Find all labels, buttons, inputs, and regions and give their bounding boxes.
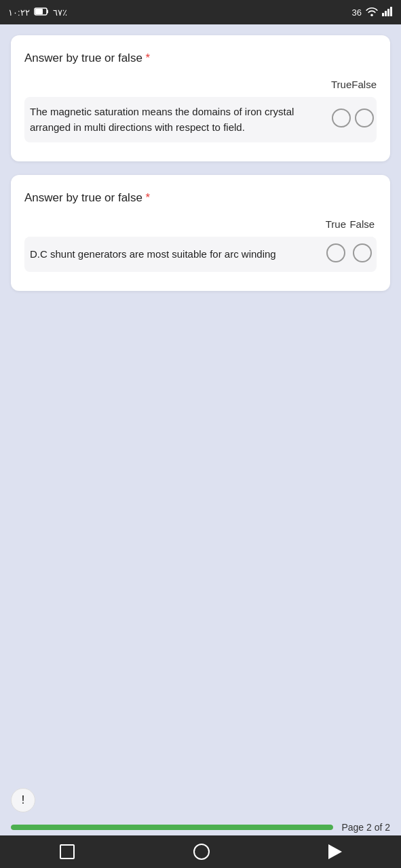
nav-circle-icon (193, 844, 210, 860)
question-2-text: Answer by true or false (24, 191, 142, 204)
question-1-label: Answer by true or false * (24, 52, 377, 65)
main-content: Answer by true or false * True False The… (0, 24, 401, 783)
exclamation-icon: ! (22, 794, 24, 806)
progress-fill (11, 825, 333, 830)
tf-row-1: The magnetic saturation means the domain… (24, 97, 377, 142)
svg-rect-3 (382, 13, 384, 16)
cell-signal-icon (382, 7, 393, 18)
progress-bar-area: Page 2 of 2 (0, 818, 401, 835)
tf-header-1: True False (24, 79, 377, 97)
svg-rect-5 (387, 9, 389, 16)
tf-row-2: D.C shunt generators are most suitable f… (24, 237, 377, 272)
question-card-1: Answer by true or false * True False The… (11, 35, 390, 161)
wifi-icon (366, 7, 378, 18)
nav-back-button[interactable] (328, 844, 342, 859)
signal-label: 36 (352, 7, 362, 18)
status-bar: ١٠:٢٢ ٦٧٪ 36 (0, 0, 401, 24)
svg-rect-1 (47, 9, 48, 13)
question-card-2: Answer by true or false * True False D.C… (11, 175, 390, 291)
chat-button[interactable]: ! (11, 788, 35, 812)
battery-icon (34, 7, 49, 18)
question-2-label: Answer by true or false * (24, 191, 377, 205)
tf-table-1: True False The magnetic saturation means… (24, 79, 377, 142)
svg-rect-4 (385, 11, 387, 16)
page-indicator: Page 2 of 2 (341, 822, 390, 833)
required-star-2: * (146, 191, 151, 204)
question-1-text: Answer by true or false (24, 52, 142, 64)
false-radio-2[interactable] (353, 243, 372, 262)
statement-text-1: The magnetic saturation means the domain… (24, 97, 331, 142)
nav-bar (0, 835, 401, 868)
false-header-2: False (347, 218, 377, 237)
svg-rect-2 (35, 9, 43, 14)
tf-header-2: True False (24, 218, 377, 237)
true-radio-cell-1[interactable] (331, 97, 351, 142)
statement-header-1 (24, 79, 331, 97)
true-header-2: True (324, 218, 347, 237)
false-radio-1[interactable] (355, 108, 374, 127)
svg-rect-6 (390, 7, 392, 16)
statement-text-2: D.C shunt generators are most suitable f… (24, 237, 324, 272)
statement-header-2 (24, 218, 324, 237)
false-radio-cell-2[interactable] (347, 237, 377, 272)
battery-percent: ٦٧٪ (53, 7, 67, 18)
true-radio-2[interactable] (326, 243, 345, 262)
tf-table-2: True False D.C shunt generators are most… (24, 218, 377, 272)
false-radio-cell-1[interactable] (351, 97, 377, 142)
required-star-1: * (146, 52, 151, 64)
bottom-area: ! Page 2 of 2 (0, 783, 401, 835)
nav-triangle-icon (328, 844, 342, 859)
true-header-1: True (331, 79, 351, 97)
true-radio-cell-2[interactable] (324, 237, 347, 272)
nav-home-button[interactable] (193, 844, 210, 860)
status-right: 36 (352, 7, 393, 18)
nav-square-icon (60, 844, 75, 859)
true-radio-1[interactable] (332, 108, 351, 127)
false-header-1: False (351, 79, 377, 97)
nav-square-button[interactable] (60, 844, 75, 859)
status-left: ١٠:٢٢ ٦٧٪ (8, 7, 67, 18)
time-display: ١٠:٢٢ (8, 7, 30, 18)
progress-track (11, 825, 333, 830)
chat-icon-bar: ! (0, 783, 401, 818)
